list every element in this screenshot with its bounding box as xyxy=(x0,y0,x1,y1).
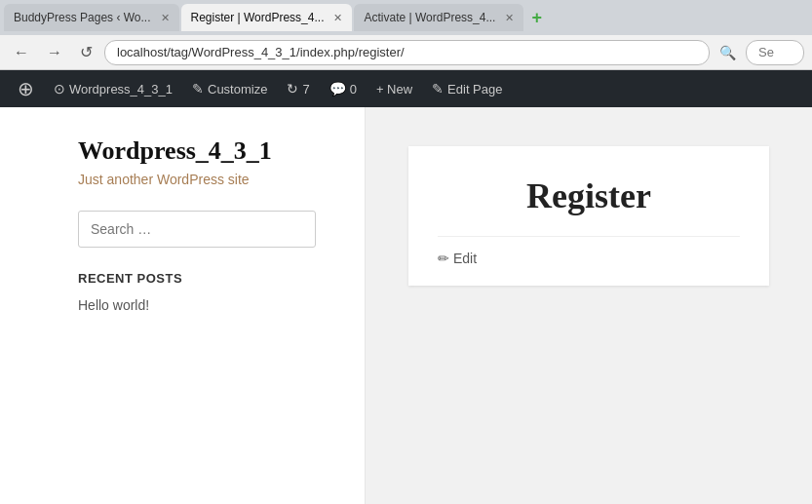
site-title: Wordpress_4_3_1 xyxy=(78,136,316,166)
updates-icon: ↻ xyxy=(287,81,298,97)
tab-buddypress-label: BuddyPress Pages ‹ Wo... xyxy=(14,11,151,24)
wp-admin-bar: ⊕ ⊙ Wordpress_4_3_1 ✎ Customize ↻ 7 💬 0 … xyxy=(0,70,812,107)
register-title: Register xyxy=(438,175,740,216)
comments-icon: 💬 xyxy=(329,81,346,97)
edit-page-icon: ✎ xyxy=(432,81,444,97)
new-tab-button[interactable]: + xyxy=(525,8,548,28)
adminbar-site[interactable]: ⊙ Wordpress_4_3_1 xyxy=(44,70,182,107)
address-bar: ← → ↺ 🔍 xyxy=(0,35,812,70)
adminbar-customize[interactable]: ✎ Customize xyxy=(182,70,277,107)
browser-search-input[interactable] xyxy=(746,40,804,65)
tab-register-label: Register | WordPress_4... xyxy=(191,11,325,24)
page-layout: Wordpress_4_3_1 Just another WordPress s… xyxy=(0,107,812,504)
adminbar-site-label: Wordpress_4_3_1 xyxy=(69,82,173,97)
adminbar-new[interactable]: + New xyxy=(367,70,422,107)
forward-button[interactable]: → xyxy=(41,42,68,63)
refresh-button[interactable]: ↺ xyxy=(74,41,98,63)
site-tagline: Just another WordPress site xyxy=(78,172,316,187)
tab-close-icon[interactable]: ✕ xyxy=(161,12,170,24)
adminbar-updates-count: 7 xyxy=(302,82,309,97)
tab-close-active-icon[interactable]: ✕ xyxy=(333,12,342,24)
adminbar-new-label: + New xyxy=(376,82,412,97)
site-icon: ⊙ xyxy=(54,81,65,97)
tab-register[interactable]: Register | WordPress_4... ✕ xyxy=(181,4,353,31)
search-icon: 🔍 xyxy=(715,45,740,60)
search-input[interactable] xyxy=(78,211,316,248)
adminbar-comments-count: 0 xyxy=(350,82,357,97)
customize-icon: ✎ xyxy=(192,81,204,97)
content-card: Register ✏ Edit xyxy=(408,146,769,286)
tab-close-activate-icon[interactable]: ✕ xyxy=(505,12,514,24)
tab-activate[interactable]: Activate | WordPress_4... ✕ xyxy=(354,4,523,31)
adminbar-updates[interactable]: ↻ 7 xyxy=(277,70,319,107)
recent-posts-heading: RECENT POSTS xyxy=(78,271,316,286)
tab-activate-label: Activate | WordPress_4... xyxy=(364,11,495,24)
sidebar: Wordpress_4_3_1 Just another WordPress s… xyxy=(0,107,366,504)
wp-logo[interactable]: ⊕ xyxy=(8,77,44,100)
edit-link[interactable]: ✏ Edit xyxy=(438,251,740,266)
tab-buddypress[interactable]: BuddyPress Pages ‹ Wo... ✕ xyxy=(4,4,179,31)
tab-bar: BuddyPress Pages ‹ Wo... ✕ Register | Wo… xyxy=(0,0,812,35)
recent-post-hello-world[interactable]: Hello world! xyxy=(78,297,316,313)
edit-link-label: Edit xyxy=(453,251,477,266)
adminbar-edit-page-label: Edit Page xyxy=(447,82,502,97)
adminbar-customize-label: Customize xyxy=(208,82,267,97)
edit-link-icon: ✏ xyxy=(438,251,449,266)
adminbar-comments[interactable]: 💬 0 xyxy=(320,70,367,107)
wp-logo-icon: ⊕ xyxy=(18,78,34,99)
back-button[interactable]: ← xyxy=(8,42,35,63)
edit-link-section: ✏ Edit xyxy=(438,236,740,266)
main-content: Register ✏ Edit xyxy=(366,107,812,504)
url-input[interactable] xyxy=(104,40,710,65)
adminbar-edit-page[interactable]: ✎ Edit Page xyxy=(422,70,512,107)
